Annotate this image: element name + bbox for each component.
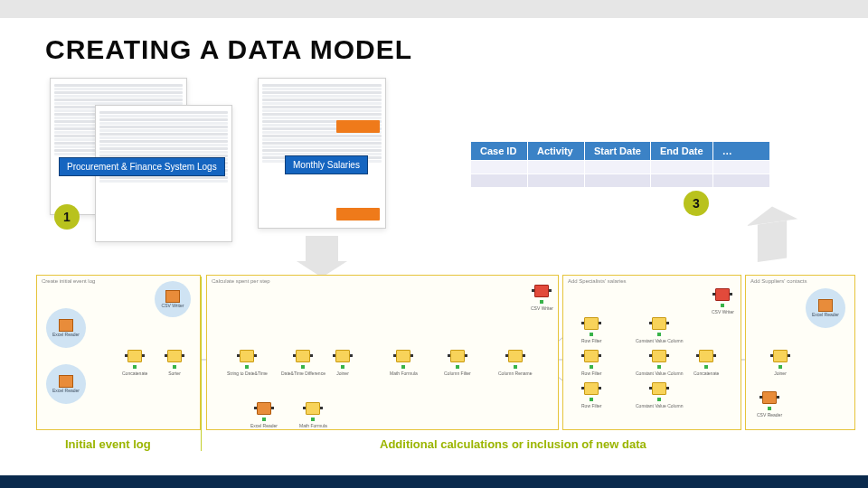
node-math-formula-2: Math Formula	[299, 402, 327, 428]
node-datetime-diff: Date&Time Difference	[281, 350, 326, 376]
bottom-bar	[0, 475, 868, 488]
wf-panel-2-title: Calculate spent per step	[212, 278, 270, 284]
node-sorter: Sorter	[167, 350, 182, 376]
node-concatenate: Concatenate	[122, 350, 147, 376]
node-column-filter: Column Filter	[444, 350, 471, 376]
node-csv-reader-suppliers: CSV Reader	[757, 391, 782, 418]
caption-additional: Additional calculations or inclusion of …	[380, 437, 646, 451]
node-csv-writer-2: CSV Writer	[531, 285, 553, 311]
node-row-filter-2: Row Filter	[581, 350, 602, 376]
tbl-h-activity: Activity	[528, 142, 585, 161]
node-csv-writer-3: CSV Writer	[712, 288, 734, 314]
slide-stage: Procurement & Finance System Logs Monthl…	[0, 78, 868, 488]
node-excel-reader-suppliers: Excel Reader	[806, 288, 845, 328]
node-excel-reader-salaries: Excel Reader	[250, 402, 278, 428]
wf-panel-1: Create initial event log Excel Reader Ex…	[36, 275, 201, 430]
node-excel-reader-1: Excel Reader	[46, 308, 86, 348]
orange-highlight-1	[336, 120, 380, 133]
wf-panel-4: Add Suppliers' contacts Excel Reader Joi…	[745, 275, 855, 430]
wf-panel-4-title: Add Suppliers' contacts	[750, 278, 807, 284]
output-table: Case ID Activity Start Date End Date …	[470, 141, 770, 188]
node-const-value-3: Constant Value Column	[636, 382, 683, 408]
node-row-filter-1: Row Filter	[581, 317, 602, 343]
node-joiner-3: Joiner	[773, 350, 788, 376]
wf-panel-1-title: Create initial event log	[42, 278, 95, 284]
step-3-marker: 3	[684, 191, 709, 216]
orange-highlight-2	[336, 208, 380, 221]
node-joiner: Joiner	[335, 350, 350, 376]
node-math-formula: Math Formula	[390, 350, 418, 376]
wf-panel-2: Calculate spent per step String to Date&…	[206, 275, 559, 430]
wf-panel-3-title: Add Specialists' salaries	[568, 278, 627, 284]
spreadsheet-salaries	[258, 78, 386, 229]
wf-panel-3: Add Specialists' salaries Row Filter Row…	[562, 275, 741, 430]
tbl-h-more: …	[712, 142, 769, 161]
arrow-down-icon	[306, 236, 338, 261]
csv-writer-icon	[165, 290, 180, 303]
step-1-marker: 1	[54, 204, 80, 230]
node-string-to-date: String to Date&Time	[227, 350, 268, 376]
top-bar	[0, 0, 868, 18]
node-row-filter-3: Row Filter	[581, 382, 602, 408]
tbl-h-caseid: Case ID	[471, 142, 528, 161]
badge-salaries: Monthly Salaries	[285, 155, 368, 174]
tbl-h-end: End Date	[650, 142, 712, 161]
node-column-rename: Column Rename	[498, 350, 533, 376]
node-const-value-2: Constant Value Column	[636, 350, 683, 376]
node-excel-reader-2: Excel Reader	[46, 364, 86, 404]
caption-initial: Initial event log	[65, 437, 151, 451]
arrow-up-icon	[758, 221, 787, 262]
node-const-value-1: Constant Value Column	[636, 317, 683, 343]
badge-procurement: Procurement & Finance System Logs	[59, 157, 225, 176]
node-concatenate-2: Concatenate	[693, 350, 719, 376]
separator-line	[201, 277, 202, 451]
tbl-h-start: Start Date	[585, 142, 651, 161]
slide-title: CREATING A DATA MODEL	[45, 34, 868, 65]
node-csv-writer-initial: CSV Writer	[155, 281, 191, 317]
